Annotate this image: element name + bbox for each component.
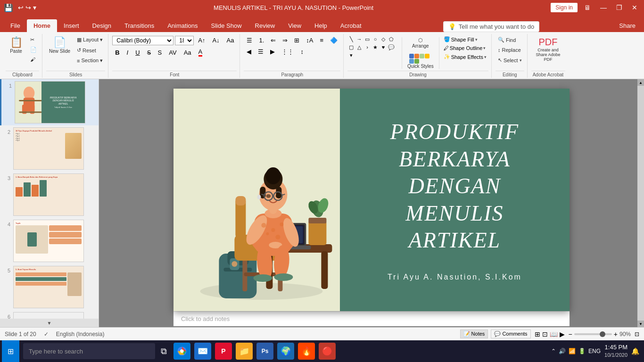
shape-pentagon[interactable]: ⬠ — [388, 35, 395, 43]
taskbar-app-photoshop[interactable]: Ps — [256, 343, 273, 360]
close-button[interactable]: ✕ — [629, 3, 640, 12]
zoom-out-button[interactable]: − — [569, 330, 572, 338]
battery-icon[interactable]: 🔋 — [578, 348, 586, 354]
shape-heart[interactable]: ♥ — [380, 43, 387, 51]
shape-line[interactable]: ╲ — [347, 35, 355, 43]
columns-button[interactable]: ⊞ — [291, 35, 302, 45]
shape-star[interactable]: ★ — [372, 43, 379, 51]
increase-font-button[interactable]: A↑ — [195, 35, 208, 45]
tab-review[interactable]: Review — [248, 19, 282, 32]
slide-thumb-4[interactable]: 4 Topik — [0, 218, 99, 264]
task-view-button[interactable]: ⧉ — [157, 340, 171, 362]
taskbar-app-powerpoint[interactable]: P — [215, 343, 232, 360]
zoom-level[interactable]: 90% — [619, 331, 631, 337]
text-direction-button[interactable]: ↕A — [303, 35, 316, 45]
zoom-slider[interactable] — [574, 333, 612, 335]
normal-view-button[interactable]: ⊞ — [535, 330, 540, 338]
shape-callout[interactable]: 💬 — [388, 43, 395, 51]
italic-button[interactable]: I — [124, 48, 132, 58]
character-spacing-button[interactable]: AV — [166, 48, 179, 58]
slide-thumb-5[interactable]: 5 5. Buat Tujuan Menulis — [0, 264, 99, 310]
tab-file[interactable]: File — [4, 19, 27, 32]
tab-help[interactable]: Help — [308, 19, 334, 32]
language-selector[interactable]: ENG — [588, 348, 601, 354]
fit-to-window-button[interactable]: ⊡ — [635, 331, 639, 337]
notes-toggle-button[interactable]: 📝 Notes — [460, 329, 488, 338]
shape-arrow[interactable]: → — [355, 35, 363, 43]
strikethrough-button[interactable]: S̶ — [144, 48, 154, 58]
scroll-down-arrow[interactable]: ▼ — [637, 321, 644, 327]
clear-format-button[interactable]: Aa — [224, 35, 237, 45]
presentation-mode-icon[interactable]: 🖥 — [581, 3, 594, 12]
select-button[interactable]: ↖ Select ▾ — [495, 56, 524, 65]
section-button[interactable]: ≡ Section ▾ — [74, 56, 105, 65]
tab-slideshow[interactable]: Slide Show — [204, 19, 248, 32]
shape-diamond[interactable]: ◇ — [380, 35, 387, 43]
main-slide[interactable]: Produktif Berkarya dengan Menulis Artike… — [173, 89, 570, 311]
shape-chevron[interactable]: › — [363, 43, 371, 51]
notifications-button[interactable]: 🔔 — [631, 347, 639, 355]
bold-button[interactable]: B — [112, 48, 122, 58]
shape-effects-dropdown[interactable]: ✨ Shape Effects ▾ — [442, 53, 488, 61]
shape-fill-dropdown[interactable]: 🪣 Shape Fill ▾ — [442, 35, 488, 43]
sign-in-button[interactable]: Sign in — [551, 3, 578, 12]
line-spacing-button[interactable]: ↕ — [297, 47, 306, 57]
taskbar-app-fire[interactable]: 🔥 — [298, 343, 315, 360]
tab-acrobat[interactable]: Acrobat — [334, 19, 368, 32]
notes-placeholder[interactable]: Click to add notes — [173, 311, 570, 326]
slide-thumb-2[interactable]: 2 10 Tips Supaya Produktif Menulis Artik… — [0, 125, 99, 172]
volume-icon[interactable]: 📶 — [569, 348, 576, 354]
shape-rect[interactable]: ▭ — [363, 35, 371, 43]
slide-thumb-3[interactable]: 3 1. Baca Banyak Buku dan Referensi yang… — [0, 172, 99, 218]
scroll-up-arrow[interactable]: ▲ — [637, 79, 644, 86]
tab-design[interactable]: Design — [86, 19, 118, 32]
cut-button[interactable]: ✂ — [28, 35, 39, 44]
shape-oval[interactable]: ○ — [372, 35, 379, 43]
tab-transitions[interactable]: Transitions — [118, 19, 161, 32]
justify-button[interactable]: ⋮⋮ — [279, 47, 297, 57]
paste-button[interactable]: 📋 Paste — [6, 35, 26, 56]
shape-outline-dropdown[interactable]: 🖊 Shape Outline ▾ — [442, 44, 488, 52]
restore-button[interactable]: ❐ — [613, 3, 625, 12]
slide-sorter-button[interactable]: ⊡ — [542, 330, 548, 338]
convert-smartart-button[interactable]: 🔷 — [327, 35, 340, 45]
taskbar-app-mail[interactable]: ✉️ — [194, 343, 211, 360]
network-icon[interactable]: 🔊 — [559, 348, 566, 354]
find-button[interactable]: 🔍 Find — [495, 35, 518, 44]
font-color-button[interactable]: A — [196, 47, 206, 58]
accessibility-check[interactable]: ✓ — [44, 331, 49, 337]
align-right-button[interactable]: ▶ — [267, 47, 278, 57]
shape-triangle[interactable]: △ — [355, 43, 363, 51]
minimize-button[interactable]: — — [597, 3, 610, 12]
align-center-button[interactable]: ☰ — [255, 47, 266, 57]
reading-view-button[interactable]: 📖 — [550, 330, 558, 338]
tab-animations[interactable]: Animations — [161, 19, 204, 32]
copy-button[interactable]: 📄 — [28, 45, 39, 54]
clock[interactable]: 1:45 PM 10/1/2020 — [604, 343, 627, 359]
font-name-select[interactable]: Calibri (Body) — [112, 36, 173, 45]
shadow-button[interactable]: S — [155, 48, 165, 58]
quick-access-toolbar[interactable]: ↩ ↪ ▾ — [18, 4, 36, 11]
reset-button[interactable]: ↺ Reset — [74, 46, 105, 55]
bullets-button[interactable]: ☰ — [244, 35, 255, 45]
arrange-button[interactable]: ⬡ Arrange — [409, 35, 432, 50]
slideshow-button[interactable]: ▶ — [560, 330, 565, 338]
taskbar-search[interactable] — [23, 343, 155, 359]
undo-icon[interactable]: ↩ — [18, 4, 24, 11]
taskbar-app-red[interactable]: 🔴 — [319, 343, 336, 360]
change-case-button[interactable]: Aa — [181, 48, 194, 58]
shape-more[interactable]: ▾ — [347, 51, 355, 59]
tell-me-input[interactable]: 💡 Tell me what you want to do — [443, 21, 539, 32]
decrease-font-button[interactable]: A↓ — [209, 35, 222, 45]
slide-thumb-6[interactable]: 6 6/20 — [0, 310, 99, 319]
align-text-button[interactable]: ≡ — [317, 35, 326, 45]
align-left-button[interactable]: ◀ — [244, 47, 254, 57]
share-button[interactable]: Share — [614, 19, 640, 32]
tab-insert[interactable]: Insert — [57, 19, 86, 32]
slides-scroll-down[interactable]: ▼ — [0, 319, 99, 327]
replace-button[interactable]: ↕ Replace — [495, 46, 523, 54]
taskbar-app-files[interactable]: 📁 — [236, 343, 253, 360]
quick-styles-button[interactable]: Quick Styles — [405, 52, 437, 71]
font-size-select[interactable]: 18 — [175, 36, 194, 45]
new-slide-button[interactable]: 📄 New Slide — [46, 35, 73, 56]
